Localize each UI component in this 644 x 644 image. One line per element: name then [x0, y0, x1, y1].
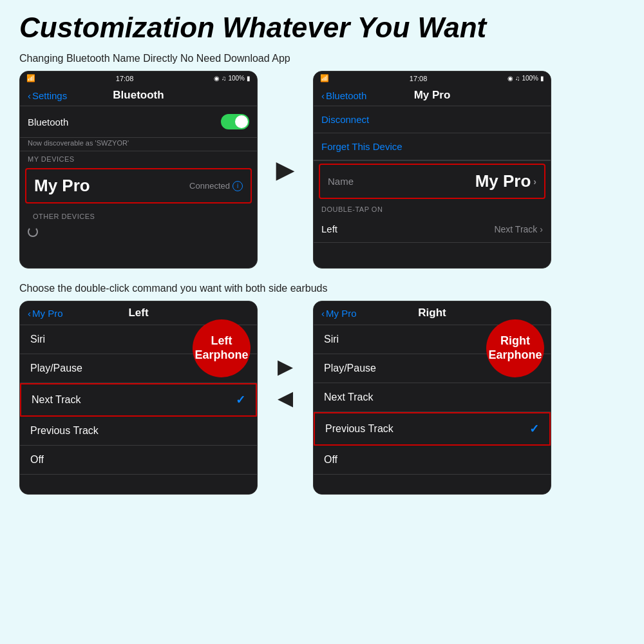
left-double-tap-row[interactable]: Left Next Track › — [314, 216, 551, 243]
my-pro-name: My Pro — [34, 176, 90, 196]
left-back-name: My Pro — [32, 308, 63, 319]
name-field-label: Name — [328, 176, 354, 187]
top-section-label: Changing Bluetooth Name Directly No Need… — [0, 49, 644, 71]
double-tap-header: DOUBLE-TAP ON — [314, 202, 551, 216]
bluetooth-title: Bluetooth — [113, 89, 164, 102]
settings-back-btn[interactable]: ‹ Settings — [28, 90, 67, 101]
arrow-right: ► — [269, 71, 301, 269]
top-section: 📶 17:08 ◉ ♫ 100% ▮ ‹ Settings Bluetooth … — [0, 71, 644, 269]
right-prevtrack-label: Previous Track — [325, 423, 393, 435]
right-screen-title: Right — [418, 307, 446, 319]
left-check-icon: ✓ — [236, 393, 245, 407]
right-back-name: My Pro — [326, 308, 357, 319]
right-nexttrack-label: Next Track — [324, 392, 373, 403]
my-pro-name-value: My Pro — [475, 171, 531, 191]
right-off-label: Off — [324, 454, 337, 466]
bluetooth-label: Bluetooth — [28, 117, 68, 128]
main-title: Customization Whatever You Want — [0, 0, 644, 49]
right-back-btn[interactable]: ‹ My Pro — [321, 308, 357, 319]
bluetooth-toggle-row: Bluetooth — [20, 106, 257, 138]
my-pro-detail-screen: 📶 17:08 ◉ ♫ 100% ▮ ‹ Bluetooth My Pro Di… — [313, 71, 551, 269]
left-playpause-label: Play/Pause — [30, 363, 82, 374]
right-arrow-icon: ► — [270, 152, 301, 187]
right-earphone-badge: RightEarphone — [486, 319, 544, 377]
next-track-label: Next Track — [494, 224, 537, 234]
divider4 — [314, 160, 551, 161]
right-earphone-screen: ‹ My Pro Right Siri Play/Pause Next Trac… — [313, 301, 551, 495]
battery-left: ◉ ♫ 100% ▮ — [214, 75, 251, 82]
chevron-left-icon2: ‹ — [321, 90, 325, 101]
left-prevtrack-row[interactable]: Previous Track — [20, 417, 257, 446]
right-check-icon: ✓ — [529, 422, 539, 436]
right-badge-text: RightEarphone — [488, 334, 542, 362]
status-bar-right: 📶 17:08 ◉ ♫ 100% ▮ — [314, 71, 551, 85]
right-siri-label: Siri — [324, 334, 339, 345]
forget-device-row[interactable]: Forget This Device — [314, 133, 551, 160]
middle-arrows: ► ◄ — [269, 301, 301, 413]
discoverable-text: Now discoverable as 'SWZYOR' — [20, 138, 257, 151]
time-right: 17:08 — [410, 75, 428, 82]
info-icon[interactable]: i — [232, 181, 243, 191]
bluetooth-toggle[interactable] — [221, 114, 249, 129]
next-track-value: Next Track › — [494, 224, 543, 234]
chevron-right-icon2: › — [540, 224, 543, 234]
name-row[interactable]: Name My Pro › — [319, 164, 545, 199]
chevron-left-icon: ‹ — [28, 90, 31, 101]
left-back-btn[interactable]: ‹ My Pro — [28, 308, 63, 319]
other-devices-section: OTHER DEVICES — [20, 206, 257, 268]
right-playpause-label: Play/Pause — [324, 363, 376, 374]
chevron-left-icon4: ‹ — [321, 308, 325, 319]
forget-label: Forget This Device — [321, 141, 402, 152]
right-off-row[interactable]: Off — [314, 446, 551, 475]
loading-icon — [28, 227, 38, 237]
bluetooth-settings-screen: 📶 17:08 ◉ ♫ 100% ▮ ‹ Settings Bluetooth … — [19, 71, 258, 269]
left-prevtrack-label: Previous Track — [30, 425, 99, 437]
left-off-row[interactable]: Off — [20, 446, 257, 475]
chevron-left-icon3: ‹ — [28, 308, 31, 319]
arrow-left-icon: ◄ — [272, 384, 298, 413]
left-off-label: Off — [30, 454, 44, 466]
bottom-section-label: Choose the double-click command you want… — [0, 279, 644, 301]
other-devices-header: OTHER DEVICES — [25, 209, 252, 223]
my-devices-header: MY DEVICES — [20, 151, 257, 166]
my-pro-row[interactable]: My Pro Connected i — [25, 168, 252, 204]
name-field-value: My Pro › — [475, 171, 536, 191]
connected-label: Connected — [189, 181, 230, 191]
disconnect-label: Disconnect — [321, 114, 369, 125]
arrow-right-icon2: ► — [272, 352, 298, 381]
nav-bar-left: ‹ Settings Bluetooth — [20, 85, 257, 106]
bluetooth-back-btn[interactable]: ‹ Bluetooth — [321, 90, 366, 101]
connected-info: Connected i — [189, 181, 243, 191]
left-earphone-screen: ‹ My Pro Left Siri Play/Pause Next Track… — [19, 301, 258, 495]
left-label: Left — [321, 223, 337, 234]
disconnect-row[interactable]: Disconnect — [314, 106, 551, 133]
bluetooth-back-label: Bluetooth — [326, 90, 366, 101]
chevron-right-icon: › — [533, 176, 536, 187]
left-screen-title: Left — [128, 307, 148, 319]
my-pro-title: My Pro — [414, 89, 451, 102]
bottom-section: ‹ My Pro Left Siri Play/Pause Next Track… — [0, 301, 644, 495]
back-label: Settings — [32, 90, 67, 101]
nav-bar-right: ‹ Bluetooth My Pro — [314, 85, 551, 106]
right-prevtrack-row[interactable]: Previous Track ✓ — [314, 412, 551, 446]
right-nexttrack-row[interactable]: Next Track — [314, 383, 551, 412]
status-bar-left: 📶 17:08 ◉ ♫ 100% ▮ — [20, 71, 257, 85]
left-earphone-badge: LeftEarphone — [193, 319, 251, 377]
time-left: 17:08 — [116, 75, 134, 82]
left-nexttrack-row[interactable]: Next Track ✓ — [20, 383, 257, 417]
left-badge-text: LeftEarphone — [194, 334, 248, 362]
left-siri-label: Siri — [30, 334, 45, 345]
wifi-icon-right: 📶 — [320, 74, 329, 82]
wifi-icon: 📶 — [26, 74, 35, 82]
battery-right: ◉ ♫ 100% ▮ — [507, 75, 544, 82]
left-nexttrack-label: Next Track — [32, 394, 80, 406]
